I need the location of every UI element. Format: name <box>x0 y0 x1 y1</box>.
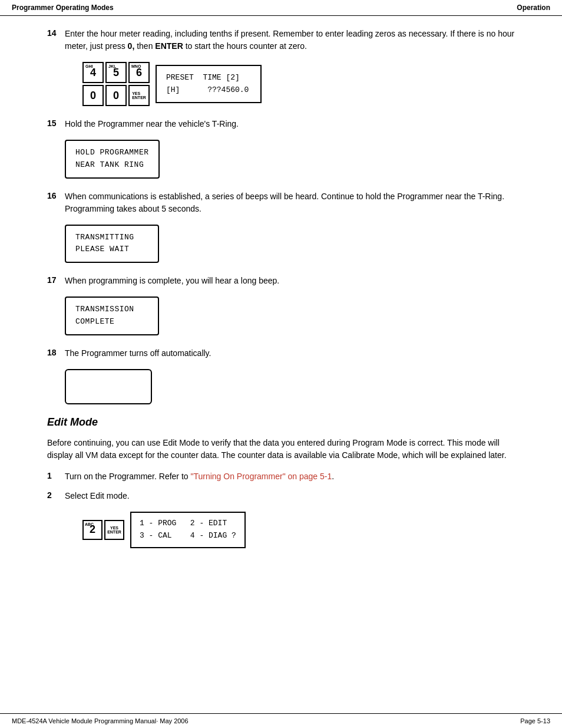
edit-substep-2: 2 Select Edit mode. <box>47 490 527 502</box>
edit-substep-2-number: 2 <box>47 490 65 500</box>
footer-left: MDE-4524A Vehicle Module Programming Man… <box>12 717 189 724</box>
edit-keypad: ABC2 YESENTER 1 - PROG 2 - EDIT 3 - CAL … <box>82 512 527 548</box>
key-enter-edit: YESENTER <box>104 520 124 540</box>
msg-15-row2: NEAR TANK RING <box>75 159 149 172</box>
key-6: MNO6 <box>128 62 150 83</box>
step-16-text: When communications is established, a se… <box>65 190 527 215</box>
key-2-abc: ABC2 <box>82 520 103 540</box>
lcd-menu-row1: 1 - PROG 2 - EDIT <box>140 518 236 530</box>
key-5: JKL5 <box>105 62 127 83</box>
step-15-number: 15 <box>47 118 65 128</box>
key-row-bottom: 0 0 YESENTER <box>82 85 150 106</box>
step-18: 18 The Programmer turns off automaticall… <box>47 347 527 360</box>
step-15-text: Hold the Programmer near the vehicle's T… <box>65 118 527 130</box>
edit-substep-2-display: ABC2 YESENTER 1 - PROG 2 - EDIT 3 - CAL … <box>47 512 527 548</box>
step-17: 17 When programming is complete, you wil… <box>47 275 527 287</box>
step-14-display: GHI4 JKL5 MNO6 0 0 YESENTER PRESET TIME … <box>47 62 527 106</box>
edit-mode-intro: Before continuing, you can use Edit Mode… <box>47 437 527 462</box>
key-group-14: GHI4 JKL5 MNO6 0 0 YESENTER <box>82 62 150 106</box>
header-right: Operation <box>517 4 550 12</box>
step-16-display: TRANSMITTING PLEASE WAIT <box>47 225 527 263</box>
edit-substep-1: 1 Turn on the Programmer. Refer to "Turn… <box>47 470 527 483</box>
lcd-menu-row2: 3 - CAL 4 - DIAG ? <box>140 530 236 542</box>
edit-substep-1-number: 1 <box>47 470 65 480</box>
msg-box-15: HOLD PROGRAMMER NEAR TANK RING <box>65 140 160 179</box>
step-15-display: HOLD PROGRAMMER NEAR TANK RING <box>47 140 527 179</box>
step-15: 15 Hold the Programmer near the vehicle'… <box>47 118 527 130</box>
msg-16-row1: TRANSMITTING <box>75 232 148 244</box>
lcd-14-row2: [H] ???4560.0 <box>166 84 251 97</box>
step-18-number: 18 <box>47 347 65 357</box>
step-17-number: 17 <box>47 275 65 285</box>
step-16: 16 When communications is established, a… <box>47 190 527 215</box>
step-17-display: TRANSMISSION COMPLETE <box>47 297 527 335</box>
blank-box-18 <box>65 369 152 404</box>
page-footer: MDE-4524A Vehicle Module Programming Man… <box>0 713 562 728</box>
msg-box-16: TRANSMITTING PLEASE WAIT <box>65 225 159 263</box>
step-14: 14 Enter the hour meter reading, includi… <box>47 28 527 52</box>
key-0b: 0 <box>105 85 127 106</box>
edit-mode-section: Edit Mode Before continuing, you can use… <box>47 416 527 548</box>
step-18-display <box>47 369 527 404</box>
turning-on-link[interactable]: "Turning On Programmer" on page 5-1 <box>190 472 332 481</box>
msg-box-17: TRANSMISSION COMPLETE <box>65 297 159 335</box>
msg-17-row1: TRANSMISSION <box>75 304 148 316</box>
key-0a: 0 <box>82 85 104 106</box>
header-left: Programmer Operating Modes <box>12 4 114 12</box>
key-row-top: GHI4 JKL5 MNO6 <box>82 62 150 83</box>
key-4: GHI4 <box>82 62 104 83</box>
msg-16-row2: PLEASE WAIT <box>75 243 148 256</box>
msg-17-row2: COMPLETE <box>75 316 148 328</box>
edit-substep-1-text: Turn on the Programmer. Refer to "Turnin… <box>65 470 527 483</box>
step-14-text: Enter the hour meter reading, including … <box>65 28 527 52</box>
main-content: 14 Enter the hour meter reading, includi… <box>0 16 562 595</box>
footer-right: Page 5-13 <box>520 717 550 724</box>
key-enter-14: YESENTER <box>128 85 150 106</box>
step-16-number: 16 <box>47 190 65 200</box>
edit-mode-heading: Edit Mode <box>47 416 527 429</box>
step-18-text: The Programmer turns off automatically. <box>65 347 527 360</box>
lcd-menu-edit: 1 - PROG 2 - EDIT 3 - CAL 4 - DIAG ? <box>130 512 246 548</box>
keypad-display-14: GHI4 JKL5 MNO6 0 0 YESENTER PRESET TIME … <box>82 62 527 106</box>
page-header: Programmer Operating Modes Operation <box>0 0 562 16</box>
step-17-text: When programming is complete, you will h… <box>65 275 527 287</box>
msg-15-row1: HOLD PROGRAMMER <box>75 147 149 159</box>
step-14-number: 14 <box>47 28 65 38</box>
edit-substep-2-text: Select Edit mode. <box>65 490 527 502</box>
lcd-14: PRESET TIME [2] [H] ???4560.0 <box>156 65 262 104</box>
edit-key-group: ABC2 <box>82 520 103 540</box>
lcd-14-row1: PRESET TIME [2] <box>166 72 251 84</box>
